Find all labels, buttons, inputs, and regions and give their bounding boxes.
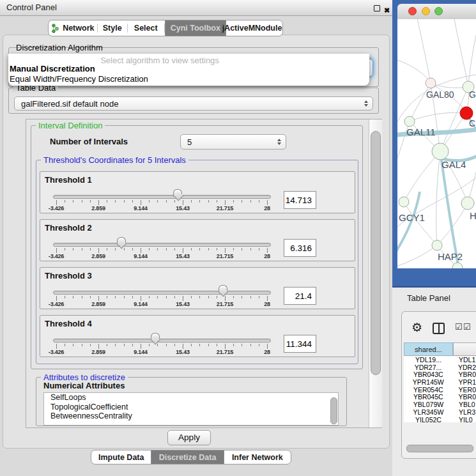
column-header-shared[interactable]: shared... — [404, 342, 453, 356]
attributes-scrollbar-thumb[interactable] — [330, 397, 337, 424]
network-node-c-[interactable] — [460, 107, 473, 119]
minor-tick — [90, 200, 91, 203]
threshold-value-field[interactable]: 11.344 — [284, 335, 316, 353]
minor-tick — [259, 344, 259, 346]
algorithm-option-equal-width-frequency-discretization[interactable]: Equal Width/Frequency Discretization — [10, 74, 148, 84]
checkbox-icon[interactable]: ☑ — [455, 322, 463, 332]
minor-tick — [115, 248, 116, 250]
minor-tick — [115, 296, 116, 298]
node-label: G. — [469, 89, 476, 100]
minimize-traffic-light[interactable] — [422, 7, 430, 15]
tab-jactivemnodules[interactable]: jActiveMNodules — [226, 20, 282, 36]
slider-track[interactable] — [53, 195, 271, 199]
tick-label: 9.144 — [127, 349, 155, 355]
tick-label: 28 — [253, 301, 281, 307]
minor-tick — [73, 344, 73, 346]
slider-track[interactable] — [53, 291, 271, 295]
network-node-gcy1[interactable] — [399, 197, 409, 207]
tab-impute-data[interactable]: Impute Data — [91, 450, 151, 464]
major-tick — [141, 296, 141, 301]
network-window-titlebar[interactable] — [397, 4, 476, 20]
main-scrollbar-thumb[interactable] — [371, 131, 381, 375]
table-row[interactable]: YLR345WYLR3 — [404, 409, 476, 417]
tab-network[interactable]: Network — [49, 20, 97, 36]
table-data-combo[interactable]: galFiltered.sif default node — [14, 96, 373, 111]
network-node-hap2[interactable] — [432, 240, 442, 250]
tick-label: -3.426 — [42, 253, 70, 259]
slider-thumb[interactable] — [173, 189, 182, 201]
combo-arrows-icon — [364, 100, 368, 107]
checkbox-icon[interactable]: ☑ — [463, 322, 471, 332]
major-tick — [56, 344, 57, 349]
minor-tick — [124, 200, 125, 203]
apply-button[interactable]: Apply — [167, 430, 211, 445]
minor-tick — [259, 200, 259, 203]
table-row[interactable]: YDL19...YDL1 — [404, 357, 476, 364]
network-canvas[interactable]: GAL80G.GAL11C.GAL4GCY1HHAP2 — [397, 19, 476, 268]
slider-track[interactable] — [53, 339, 271, 342]
table-row[interactable]: YPR145WYPR1 — [404, 379, 476, 387]
slider-thumb[interactable] — [219, 285, 227, 296]
network-node-gal80[interactable] — [426, 78, 436, 88]
network-node[interactable] — [452, 263, 463, 268]
node-label: GAL80 — [426, 89, 454, 100]
slider-track[interactable] — [53, 243, 271, 247]
tab-select[interactable]: Select — [128, 20, 164, 36]
threshold-value-field[interactable]: 21.4 — [284, 287, 316, 305]
control-panel-titlebar: Control Panel ✖ — [0, 0, 392, 16]
bottom-tab-strip: Impute DataDiscretize DataInfer Network — [91, 450, 291, 464]
slider-thumb[interactable] — [117, 237, 126, 249]
attribute-item-topologicalcoefficient[interactable]: TopologicalCoefficient — [44, 403, 338, 412]
window-title: Control Panel — [6, 0, 57, 15]
tab-style[interactable]: Style — [98, 20, 127, 36]
minor-tick — [157, 200, 158, 203]
close-traffic-light[interactable] — [408, 7, 417, 15]
tab-cyni-toolbox[interactable]: Cyni Toolbox — [165, 20, 226, 36]
minor-tick — [73, 296, 73, 298]
number-of-intervals-label: Number of Intervals — [50, 137, 128, 146]
table-row[interactable]: YIL052CYIL0 — [404, 417, 476, 423]
algorithm-option-manual-discretization[interactable]: Manual Discretization — [10, 64, 95, 73]
minor-tick — [199, 296, 200, 298]
node-table[interactable]: YDL19...YDL1YDR27...YDR2YBR043CYBR0YPR14… — [404, 357, 476, 422]
network-node-gal11[interactable] — [404, 116, 415, 127]
tick-label: 9.144 — [127, 253, 155, 259]
table-hscrollbar-thumb[interactable] — [406, 445, 473, 452]
threshold-value-field[interactable]: 6.316 — [284, 239, 316, 257]
minor-tick — [107, 296, 107, 298]
minor-tick — [259, 296, 259, 298]
network-node-h[interactable] — [461, 197, 474, 210]
combo-arrows-icon — [277, 139, 281, 145]
minor-tick — [132, 344, 133, 346]
attribute-item-selfloops[interactable]: SelfLoops — [44, 393, 338, 403]
minor-tick — [82, 248, 82, 250]
minor-tick — [174, 296, 175, 298]
minor-tick — [90, 248, 91, 250]
network-node-gal4[interactable] — [432, 143, 449, 160]
threshold-label: Threshold 3 — [45, 271, 92, 280]
zoom-traffic-light[interactable] — [434, 7, 443, 15]
minor-tick — [250, 248, 251, 250]
threshold-value-field[interactable]: 14.713 — [284, 191, 316, 209]
tick-label: -3.426 — [42, 301, 70, 307]
gear-icon[interactable]: ⚙ — [411, 320, 422, 334]
attribute-item-betweennesscentrality[interactable]: BetweennessCentrality — [44, 411, 338, 421]
discretization-algorithm-title: Discretization Algorithm — [13, 43, 105, 52]
major-tick — [225, 344, 226, 349]
tab-infer-network[interactable]: Infer Network — [224, 450, 291, 464]
minor-tick — [250, 296, 251, 298]
slider-thumb[interactable] — [151, 333, 160, 344]
number-of-intervals-combo[interactable]: 5 — [180, 134, 286, 150]
threshold-label: Threshold 4 — [45, 319, 92, 328]
minor-tick — [107, 344, 107, 346]
minor-tick — [73, 248, 73, 250]
tab-discretize-data[interactable]: Discretize Data — [151, 450, 224, 464]
float-icon[interactable] — [374, 5, 380, 12]
threshold-row-4: Threshold 4-3.4262.8599.14415.4321.71528… — [40, 315, 355, 357]
column-header-name[interactable]: n — [453, 342, 476, 356]
close-icon[interactable]: ✖ — [384, 3, 390, 18]
numerical-attributes-list[interactable]: SelfLoopsTopologicalCoefficientBetweenne… — [43, 392, 339, 426]
columns-icon[interactable] — [433, 323, 445, 334]
minor-tick — [132, 296, 133, 298]
minor-tick — [217, 248, 217, 250]
